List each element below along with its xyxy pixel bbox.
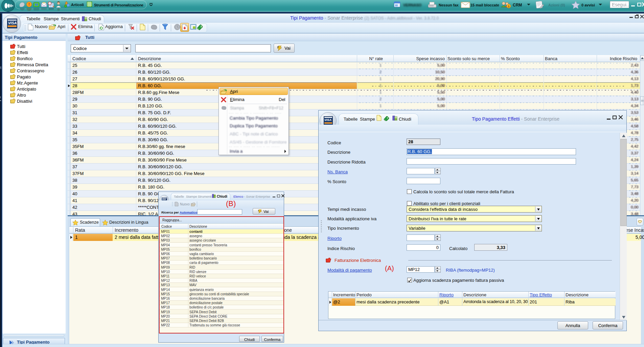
svg-text:!: ! (28, 2, 30, 6)
svg-text:?: ? (200, 25, 202, 28)
svg-text:?: ? (387, 117, 388, 120)
svg-text:$: $ (508, 5, 509, 8)
